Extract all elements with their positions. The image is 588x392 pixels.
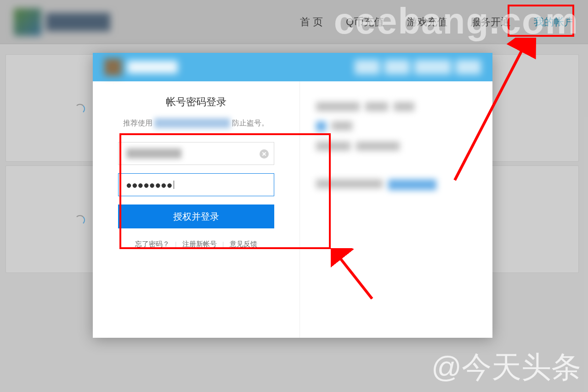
subtitle-pre: 推荐使用 [123,119,153,128]
register-link[interactable]: 注册新帐号 [182,240,217,249]
modal-header [93,53,492,81]
authorize-login-button[interactable]: 授权并登录 [118,205,274,228]
logo-icon [14,8,41,36]
forgot-password-link[interactable]: 忘了密码？ [135,240,170,249]
header-blur-block [456,60,481,74]
header-blur-block [384,60,410,74]
nav-my-account[interactable]: 我的帐户 [534,15,574,29]
nav-home[interactable]: 首 页 [300,15,323,29]
permissions-panel [300,81,493,338]
separator: | [222,240,224,248]
modal-app-name [127,61,178,74]
username-input[interactable] [118,142,274,165]
text-cursor [174,181,174,189]
watermark-author: @今天头条 [431,347,581,387]
recommended-link-blurred[interactable] [154,118,230,128]
main-nav: 首 页 Q币充值 游戏充值 服务开通 我的帐户 [300,15,574,29]
nav-qcoin[interactable]: Q币充值 [346,15,384,29]
password-mask: ●●●●●●●● [127,181,173,189]
page-header: 首 页 Q币充值 游戏充值 服务开通 我的帐户 [0,0,588,44]
loading-spinner-icon [75,215,83,223]
separator: | [175,240,177,248]
login-title: 帐号密码登录 [166,95,226,109]
feedback-link[interactable]: 意见反馈 [230,240,257,249]
login-subtitle: 推荐使用 防止盗号。 [123,118,269,128]
password-input[interactable]: ●●●●●●●● [118,173,274,196]
loading-spinner-icon [75,104,83,112]
logo-text [46,13,110,31]
nav-game[interactable]: 游戏充值 [407,15,447,29]
subtitle-post: 防止盗号。 [232,119,269,128]
login-modal: 帐号密码登录 推荐使用 防止盗号。 ●●●●●●●● 授权并登录 忘了密码？ [93,53,492,338]
logo [14,8,110,36]
header-blur-block [414,60,451,74]
modal-avatar [104,58,122,76]
login-form-panel: 帐号密码登录 推荐使用 防止盗号。 ●●●●●●●● 授权并登录 忘了密码？ [93,81,300,338]
clear-input-icon[interactable] [260,149,269,159]
header-blur-block [355,60,380,74]
login-links: 忘了密码？ | 注册新帐号 | 意见反馈 [116,240,277,249]
nav-service[interactable]: 服务开通 [470,15,511,29]
